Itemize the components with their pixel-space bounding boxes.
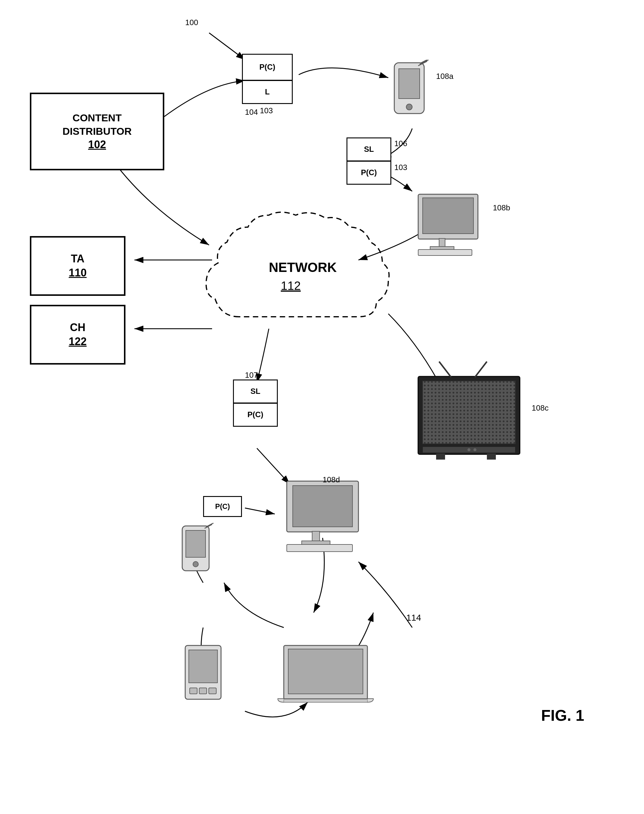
pc-box-top: P(C) <box>242 54 293 81</box>
svg-line-5 <box>245 508 275 514</box>
svg-point-37 <box>193 562 198 567</box>
mobile-108a-icon <box>385 60 433 126</box>
svg-rect-29 <box>487 454 496 459</box>
diagram: 100 P(C) L 103 104 CONTENT DISTRIBUTOR 1… <box>0 0 644 814</box>
svg-rect-36 <box>186 530 205 557</box>
svg-text:NETWORK: NETWORK <box>269 260 337 275</box>
svg-line-39 <box>206 523 213 527</box>
mobile-small-icon <box>176 523 215 577</box>
svg-line-3 <box>209 33 245 60</box>
ref-104: 104 <box>245 108 258 117</box>
svg-rect-44 <box>209 688 216 694</box>
ref-114: 114 <box>406 613 421 623</box>
computer-108d-icon <box>281 478 370 556</box>
ch-box: CH 122 <box>30 305 126 365</box>
svg-rect-34 <box>287 544 353 551</box>
ref-108a: 108a <box>436 72 454 81</box>
svg-rect-32 <box>312 531 320 542</box>
svg-rect-41 <box>189 650 218 683</box>
svg-point-25 <box>474 448 477 451</box>
svg-rect-43 <box>199 688 207 694</box>
sl-box-right: SL <box>347 137 391 161</box>
computer-108b-icon <box>412 191 490 257</box>
svg-rect-15 <box>423 198 474 234</box>
pc-box-floating: P(C) <box>203 496 242 517</box>
content-distributor-box: CONTENT DISTRIBUTOR 102 <box>30 93 164 170</box>
svg-point-24 <box>468 448 471 451</box>
ref-103b: 103 <box>394 163 407 172</box>
ref-108b: 108b <box>493 203 510 212</box>
ref-100: 100 <box>185 18 198 27</box>
svg-line-26 <box>439 362 451 377</box>
ref-103a: 103 <box>260 106 273 115</box>
svg-line-27 <box>475 362 487 377</box>
svg-rect-47 <box>284 699 367 702</box>
svg-line-10 <box>420 60 429 64</box>
pc-box-107: P(C) <box>233 403 278 427</box>
svg-rect-28 <box>436 454 445 459</box>
ta-box: TA 110 <box>30 236 126 296</box>
sl-box-107: SL <box>233 379 278 403</box>
laptop-icon <box>275 642 376 714</box>
ref-107: 107 <box>245 370 258 380</box>
svg-rect-18 <box>418 250 472 255</box>
pc-box-right: P(C) <box>347 161 391 185</box>
svg-rect-22 <box>423 381 515 444</box>
pda-icon <box>179 642 227 708</box>
svg-point-8 <box>406 104 412 110</box>
svg-rect-31 <box>293 485 353 527</box>
svg-rect-42 <box>190 688 197 694</box>
ref-108d: 108d <box>323 475 340 484</box>
ref-108c: 108c <box>532 403 548 413</box>
tv-108c-icon <box>412 359 526 472</box>
network-cloud: NETWORK 112 <box>203 203 397 353</box>
fig-label: FIG. 1 <box>541 706 584 724</box>
svg-rect-16 <box>439 238 445 247</box>
ref-106: 106 <box>394 139 407 148</box>
svg-text:112: 112 <box>281 279 301 292</box>
svg-rect-46 <box>288 649 363 694</box>
l-box-top: L <box>242 80 293 104</box>
svg-rect-7 <box>399 69 420 98</box>
